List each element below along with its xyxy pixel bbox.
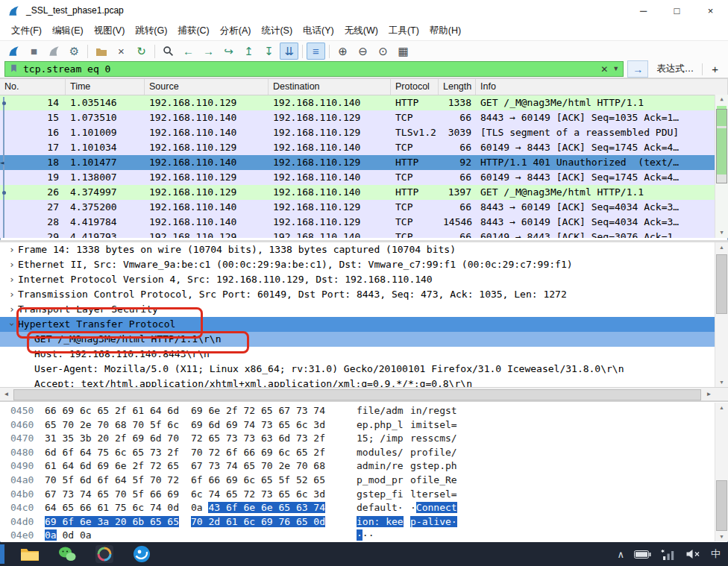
zoom-100-icon[interactable]: ⊙: [374, 43, 392, 60]
scrollbar-thumb[interactable]: [716, 109, 727, 183]
scrollbar-thumb[interactable]: [13, 389, 701, 400]
go-last-icon[interactable]: ↧: [260, 43, 278, 60]
scroll-right-icon[interactable]: ►: [703, 388, 715, 400]
reload-file-icon[interactable]: ↻: [132, 43, 151, 60]
menu-tools[interactable]: 工具(T): [383, 22, 424, 40]
detail-line[interactable]: ›Internet Protocol Version 4, Src: 192.1…: [0, 272, 715, 287]
hex-scrollbar[interactable]: ▲ ▼: [715, 403, 728, 541]
detail-line[interactable]: Accept: text/html,application/xhtml+xml,…: [0, 377, 715, 387]
detail-line[interactable]: User-Agent: Mozilla/5.0 (X11; Linux x86_…: [0, 362, 715, 377]
menu-edit[interactable]: 编辑(E): [47, 22, 89, 40]
display-filter-input[interactable]: tcp.stream eq 0 ✕ ▼: [4, 61, 624, 77]
network-icon[interactable]: [661, 549, 676, 560]
scroll-left-icon[interactable]: ◄: [0, 388, 13, 400]
file-explorer-icon[interactable]: [19, 544, 40, 565]
tray-chevron-icon[interactable]: ∧: [617, 549, 624, 560]
restart-capture-icon[interactable]: [45, 43, 63, 60]
column-header-proto[interactable]: Protocol: [391, 79, 439, 95]
capture-options-icon[interactable]: ⚙: [65, 43, 84, 60]
photos-app-icon[interactable]: [94, 544, 115, 565]
packet-row[interactable]: 161.101009192.168.110.140192.168.110.129…: [0, 125, 715, 140]
scroll-down-icon[interactable]: ▼: [715, 228, 728, 238]
packet-row[interactable]: 141.035146192.168.110.129192.168.110.140…: [0, 95, 715, 110]
close-file-icon[interactable]: ×: [112, 43, 131, 60]
scroll-up-icon[interactable]: ▲: [715, 242, 728, 252]
column-header-dst[interactable]: Destination: [269, 79, 391, 95]
menu-file[interactable]: 文件(F): [6, 22, 47, 40]
hex-row[interactable]: 045066 69 6c 65 2f 61 64 6d69 6e 2f 72 6…: [0, 404, 728, 418]
minimize-button[interactable]: ─: [627, 1, 660, 21]
packet-list-scrollbar[interactable]: ▲ ▼: [715, 95, 728, 238]
filter-apply-button[interactable]: →: [627, 60, 648, 78]
go-forward-icon[interactable]: →: [199, 43, 218, 60]
auto-scroll-icon[interactable]: ⇊: [280, 43, 298, 60]
column-header-time[interactable]: Time: [66, 79, 145, 95]
scroll-down-icon[interactable]: ▼: [715, 377, 728, 387]
hex-row[interactable]: 047031 35 3b 20 2f 69 6d 7072 65 73 73 6…: [0, 432, 728, 446]
collapsed-arrow-icon[interactable]: ›: [6, 242, 18, 257]
collapsed-arrow-icon[interactable]: ›: [6, 257, 18, 272]
packet-row[interactable]: 294.419793192.168.110.129192.168.110.140…: [0, 230, 715, 238]
stop-capture-icon[interactable]: ■: [25, 43, 43, 60]
column-header-no[interactable]: No.: [0, 79, 66, 95]
zoom-in-icon[interactable]: ⊕: [333, 43, 352, 60]
menu-telephony[interactable]: 电话(Y): [298, 22, 339, 40]
hex-row[interactable]: 04d069 6f 6e 3a 20 6b 65 6570 2d 61 6c 6…: [0, 515, 728, 529]
detail-line[interactable]: ›Hypertext Transfer Protocol: [0, 317, 715, 332]
packet-row[interactable]: 181.101477192.168.110.140192.168.110.129…: [0, 155, 715, 170]
menu-help[interactable]: 帮助(H): [424, 22, 466, 40]
volume-muted-icon[interactable]: [685, 549, 701, 559]
hex-row[interactable]: 04a070 5f 6d 6f 64 5f 70 726f 66 69 6c 6…: [0, 474, 728, 488]
find-packet-icon[interactable]: [159, 43, 178, 60]
resize-columns-icon[interactable]: ▦: [394, 43, 412, 60]
maximize-button[interactable]: □: [660, 1, 694, 21]
close-button[interactable]: ×: [694, 1, 727, 21]
packet-row[interactable]: 191.138007192.168.110.129192.168.110.140…: [0, 170, 715, 185]
colorize-icon[interactable]: ≡: [307, 43, 325, 60]
taskbar-active-app-sliver[interactable]: [0, 544, 4, 564]
browser-icon[interactable]: [131, 544, 152, 565]
details-horizontal-scrollbar[interactable]: ◄ ►: [0, 387, 728, 400]
go-first-icon[interactable]: ↥: [239, 43, 258, 60]
filter-clear-icon[interactable]: ✕: [600, 65, 608, 74]
start-capture-icon[interactable]: [4, 43, 23, 60]
filter-dropdown-icon[interactable]: ▼: [612, 66, 619, 72]
menu-go[interactable]: 跳转(G): [130, 22, 172, 40]
battery-icon[interactable]: [634, 550, 651, 559]
hex-row[interactable]: 046065 70 2e 70 68 70 5f 6c69 6d 69 74 7…: [0, 418, 728, 433]
detail-line[interactable]: ›Transport Layer Security: [0, 302, 715, 317]
packet-row[interactable]: 151.073510192.168.110.140192.168.110.129…: [0, 110, 715, 125]
go-back-icon[interactable]: ←: [179, 43, 198, 60]
expanded-arrow-icon[interactable]: ›: [4, 318, 19, 330]
scrollbar-thumb[interactable]: [716, 254, 727, 314]
packet-row[interactable]: 284.419784192.168.110.140192.168.110.129…: [0, 215, 715, 230]
collapsed-arrow-icon[interactable]: ›: [6, 272, 18, 287]
filter-add-button[interactable]: +: [706, 63, 724, 75]
packet-row[interactable]: 274.375200192.168.110.140192.168.110.129…: [0, 200, 715, 215]
menu-analyze[interactable]: 分析(A): [215, 22, 257, 40]
column-header-src[interactable]: Source: [145, 79, 269, 95]
collapsed-arrow-icon[interactable]: ›: [22, 332, 34, 347]
details-scrollbar[interactable]: ▲ ▼: [715, 242, 728, 387]
wechat-icon[interactable]: [57, 544, 78, 565]
open-file-icon[interactable]: [92, 43, 110, 60]
zoom-out-icon[interactable]: ⊖: [354, 43, 372, 60]
hex-row[interactable]: 04c064 65 66 61 75 6c 74 0d0a 43 6f 6e 6…: [0, 501, 728, 515]
scrollbar-thumb[interactable]: [716, 480, 727, 531]
filter-bookmark-icon[interactable]: [9, 63, 19, 76]
collapsed-arrow-icon[interactable]: ›: [6, 302, 18, 317]
scroll-up-icon[interactable]: ▲: [715, 403, 728, 412]
packet-row[interactable]: 171.101034192.168.110.129192.168.110.140…: [0, 140, 715, 155]
go-to-packet-icon[interactable]: ↪: [219, 43, 238, 60]
packet-row[interactable]: 264.374997192.168.110.129192.168.110.140…: [0, 185, 715, 200]
hex-row[interactable]: 049061 64 6d 69 6e 2f 72 6567 73 74 65 7…: [0, 459, 728, 474]
detail-line[interactable]: ›GET /_M@nag3Me/html HTTP/1.1\r\n: [0, 332, 715, 347]
menu-statistics[interactable]: 统计(S): [256, 22, 298, 40]
column-header-info[interactable]: Info: [476, 79, 728, 95]
detail-line[interactable]: Host: 192.168.110.140:8443\r\n: [0, 347, 715, 362]
menu-wireless[interactable]: 无线(W): [339, 22, 383, 40]
menu-capture[interactable]: 捕获(C): [172, 22, 214, 40]
hex-row[interactable]: 04806d 6f 64 75 6c 65 73 2f70 72 6f 66 6…: [0, 446, 728, 460]
hex-row[interactable]: 04b067 73 74 65 70 5f 66 696c 74 65 72 7…: [0, 488, 728, 502]
collapsed-arrow-icon[interactable]: ›: [6, 287, 18, 302]
